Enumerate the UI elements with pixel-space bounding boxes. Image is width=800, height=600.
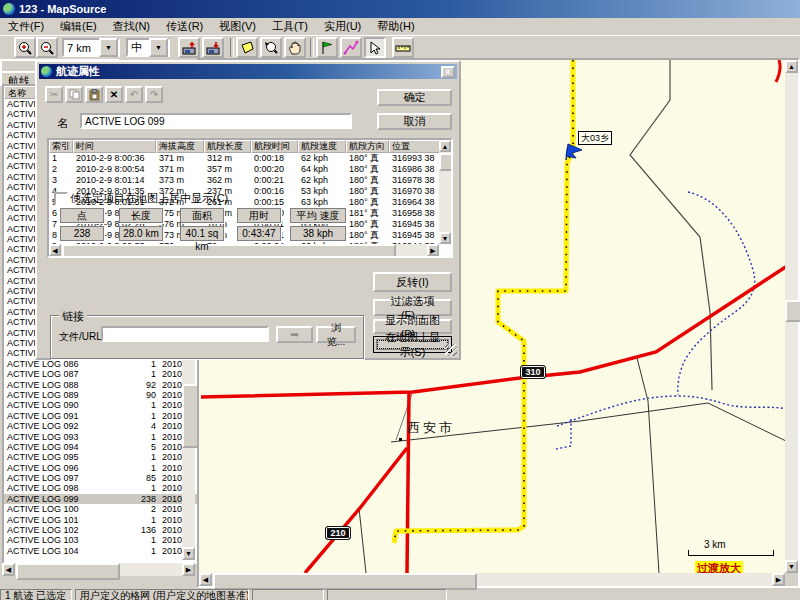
- table-vscroll-thumb[interactable]: [439, 153, 453, 171]
- scroll-down-icon[interactable]: ▼: [439, 232, 451, 244]
- list-item[interactable]: ACTIVE LOG 093 1 2010-2: [4, 432, 197, 442]
- scroll-right-icon[interactable]: ▶: [427, 244, 439, 256]
- scroll-right-icon[interactable]: ▶: [182, 563, 195, 576]
- open-link-button[interactable]: ➥: [276, 326, 313, 343]
- table-column-header[interactable]: 索引: [49, 140, 73, 153]
- list-item[interactable]: ACTIVE LOG 100 2 2010-2: [4, 504, 197, 514]
- map-scale-dropdown[interactable]: 7 km ▼: [62, 38, 120, 57]
- list-item[interactable]: ACTIVE LOG 104 1 2010-4: [4, 546, 197, 556]
- table-column-header[interactable]: 航段方向: [346, 140, 389, 153]
- hand-pan-tool-button[interactable]: [284, 37, 306, 58]
- table-row[interactable]: 1 2010-2-9 8:00:36 371 m 312 m 0:00:18 6…: [49, 153, 451, 164]
- cancel-button[interactable]: 取消: [377, 113, 452, 130]
- menu-item[interactable]: 工具(T): [264, 17, 316, 36]
- route-track-tool-button[interactable]: [340, 37, 362, 58]
- zoom-region-tool-button[interactable]: [260, 37, 282, 58]
- measure-ruler-tool-button[interactable]: [392, 37, 414, 58]
- list-item[interactable]: ACTIVE LOG 090 1 2010-2: [4, 400, 197, 410]
- table-column-header[interactable]: 时间: [73, 140, 156, 153]
- map-horizontal-scrollbar[interactable]: ◀ ▶: [199, 573, 785, 586]
- scroll-up-icon[interactable]: ▲: [785, 60, 798, 73]
- map-tool-button[interactable]: [236, 37, 258, 58]
- list-item[interactable]: ACTIVE LOG 087 1 2010-1: [4, 369, 197, 379]
- highway-310-shield[interactable]: 310: [520, 365, 546, 379]
- chevron-down-icon[interactable]: ▼: [149, 38, 168, 57]
- receive-from-device-button[interactable]: [202, 37, 224, 58]
- scroll-down-icon[interactable]: ▼: [182, 547, 195, 560]
- copy-button[interactable]: [65, 86, 83, 103]
- menu-item[interactable]: 实用(U): [316, 17, 369, 36]
- list-hscroll-thumb[interactable]: [16, 563, 120, 580]
- list-item[interactable]: ACTIVE LOG 092 4 2010-2: [4, 421, 197, 431]
- scroll-left-icon[interactable]: ◀: [2, 563, 15, 576]
- highway-210-shield[interactable]: 210: [325, 526, 351, 540]
- list-item[interactable]: ACTIVE LOG 097 85 2010-2: [4, 473, 197, 483]
- undo-button[interactable]: ↶: [125, 86, 143, 103]
- highway-line: [776, 60, 780, 82]
- list-item[interactable]: ACTIVE LOG 096 1 2010-2: [4, 463, 197, 473]
- table-row[interactable]: 3 2010-2-9 8:01:14 373 m 362 m 0:00:21 6…: [49, 175, 451, 186]
- map-vscroll-thumb[interactable]: [785, 300, 800, 322]
- zoom-out-button[interactable]: [36, 37, 58, 58]
- close-icon[interactable]: ×: [441, 66, 455, 78]
- list-item[interactable]: ACTIVE LOG 101 1 2010-3: [4, 515, 197, 525]
- title-bar[interactable]: 123 - MapSource: [0, 0, 800, 18]
- menu-item[interactable]: 传送(R): [158, 17, 211, 36]
- cut-button[interactable]: ✂: [45, 86, 63, 103]
- table-column-header[interactable]: 航段时间: [251, 140, 298, 153]
- file-url-input[interactable]: [101, 326, 269, 342]
- table-column-header[interactable]: 航段速度: [298, 140, 346, 153]
- scroll-left-icon[interactable]: ◀: [49, 244, 61, 256]
- menu-item[interactable]: 文件(F): [0, 17, 52, 36]
- city-label[interactable]: 西安市: [407, 419, 455, 437]
- table-vertical-scrollbar[interactable]: ▲ ▼: [439, 140, 451, 244]
- list-item[interactable]: ACTIVE LOG 089 90 2010-1: [4, 390, 197, 400]
- scroll-down-icon[interactable]: ▼: [785, 560, 798, 573]
- show-on-map-button[interactable]: 在地图上显示(S): [373, 336, 452, 353]
- selection-arrow-tool-button[interactable]: [364, 37, 386, 58]
- redo-button[interactable]: ↷: [145, 86, 163, 103]
- table-column-header[interactable]: 航段长度: [204, 140, 251, 153]
- scroll-up-icon[interactable]: ▲: [439, 140, 451, 152]
- menu-item[interactable]: 查找(N): [105, 17, 158, 36]
- scroll-right-icon[interactable]: ▶: [772, 573, 785, 586]
- ok-button[interactable]: 确定: [377, 89, 452, 106]
- track-name-input[interactable]: [80, 113, 352, 129]
- list-item[interactable]: ACTIVE LOG 098 1 2010-2: [4, 483, 197, 493]
- menu-item[interactable]: 编辑(E): [52, 17, 105, 36]
- list-item[interactable]: ACTIVE LOG 091 1 2010-2: [4, 411, 197, 421]
- dialog-title-bar[interactable]: 航迹属性 ×: [39, 64, 457, 79]
- list-item[interactable]: ACTIVE LOG 099 238 2010-2: [4, 494, 197, 504]
- menu-item[interactable]: 视图(V): [211, 17, 264, 36]
- zoom-in-button[interactable]: [14, 37, 36, 58]
- scroll-left-icon[interactable]: ◀: [199, 573, 212, 586]
- list-item[interactable]: ACTIVE LOG 088 92 2010-1: [4, 380, 197, 390]
- table-horizontal-scrollbar[interactable]: ◀ ▶: [49, 244, 439, 256]
- waypoint-flag-tool-button[interactable]: [316, 37, 338, 58]
- table-hscroll-thumb[interactable]: [62, 244, 396, 258]
- list-horizontal-scrollbar[interactable]: ◀ ▶: [2, 563, 195, 576]
- list-item[interactable]: ACTIVE LOG 086 1 2010-1: [4, 359, 197, 369]
- place-label[interactable]: 大03乡: [578, 131, 612, 145]
- resize-grip[interactable]: [445, 344, 457, 356]
- track-point-count: 1: [122, 411, 162, 421]
- paste-button[interactable]: [85, 86, 103, 103]
- menu-item[interactable]: 帮助(H): [369, 17, 422, 36]
- list-item[interactable]: ACTIVE LOG 094 5 2010-2: [4, 442, 197, 452]
- hand-icon: [287, 40, 303, 56]
- send-to-device-icon: [181, 40, 197, 56]
- list-item[interactable]: ACTIVE LOG 095 1 2010-2: [4, 452, 197, 462]
- invert-button[interactable]: 反转(I): [373, 272, 452, 292]
- chevron-down-icon[interactable]: ▼: [99, 38, 118, 57]
- table-row[interactable]: 2 2010-2-9 8:00:54 371 m 357 m 0:00:20 6…: [49, 164, 451, 175]
- detail-level-dropdown[interactable]: 中 ▼: [126, 38, 170, 57]
- table-column-header[interactable]: 海拔高度: [156, 140, 204, 153]
- list-item[interactable]: ACTIVE LOG 102 136 2010-3: [4, 525, 197, 535]
- send-to-device-button[interactable]: [178, 37, 200, 58]
- map-vertical-scrollbar[interactable]: ▲ ▼: [785, 60, 798, 573]
- cell-leg-course: 180° 真: [346, 164, 389, 175]
- browse-button[interactable]: 浏览...: [316, 326, 356, 343]
- center-on-map-checkbox[interactable]: [54, 192, 68, 206]
- list-item[interactable]: ACTIVE LOG 103 1 2010-4: [4, 535, 197, 545]
- delete-button[interactable]: ✕: [105, 86, 123, 103]
